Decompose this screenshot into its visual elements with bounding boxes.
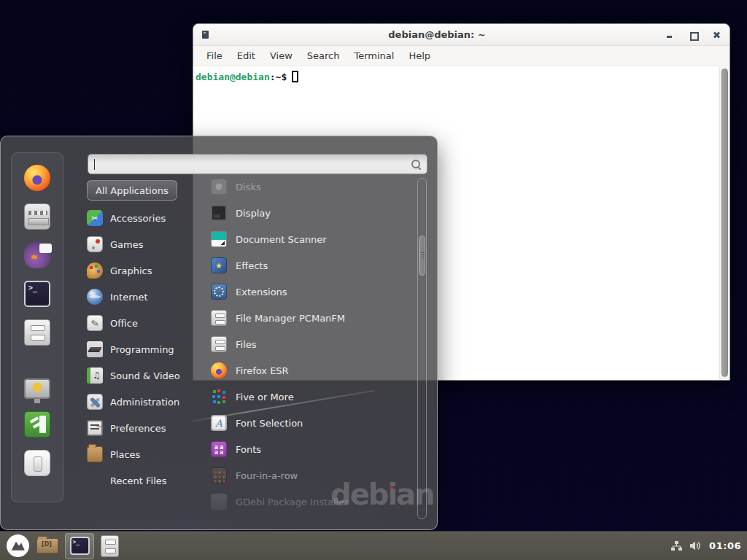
maximize-icon[interactable] — [689, 31, 697, 39]
gdebi-icon — [211, 494, 227, 510]
terminal-scrollbar-thumb[interactable] — [721, 69, 728, 377]
category-label: Games — [110, 239, 143, 250]
games-icon — [87, 236, 103, 252]
category-sound-video[interactable]: Sound & Video — [87, 362, 198, 389]
search-icon — [411, 160, 421, 169]
terminal-icon — [70, 537, 90, 555]
sound-video-icon — [87, 368, 103, 384]
category-games[interactable]: Games — [87, 231, 198, 257]
menu-file[interactable]: File — [199, 50, 230, 61]
category-label: Preferences — [110, 423, 166, 434]
category-all-applications[interactable]: All Applications — [87, 180, 177, 201]
app-label: Four-in-a-row — [236, 470, 298, 481]
menu-edit[interactable]: Edit — [230, 50, 263, 61]
app-list-scrollbar[interactable] — [417, 178, 427, 519]
terminal-menubar: File Edit View Search Terminal Help — [193, 46, 729, 66]
file-manager-icon — [211, 310, 227, 326]
category-label: Accessories — [110, 213, 166, 224]
app-label: Firefox ESR — [236, 365, 289, 376]
pidgin-icon[interactable] — [24, 242, 50, 268]
category-label: Recent Files — [110, 475, 167, 486]
preferences-icon — [87, 420, 103, 436]
menu-view[interactable]: View — [263, 50, 300, 61]
menu-search[interactable]: Search — [300, 50, 347, 61]
graphics-icon — [87, 262, 103, 279]
network-icon[interactable] — [670, 540, 683, 551]
category-administration[interactable]: Administration — [87, 389, 198, 415]
terminal-icon[interactable] — [24, 281, 50, 307]
software-manager-icon[interactable] — [24, 203, 50, 230]
app-label: Fonts — [236, 444, 261, 455]
prompt-user-host: debian@debian — [196, 71, 270, 82]
terminal-cursor — [292, 71, 298, 82]
places-icon — [87, 446, 103, 462]
volume-icon[interactable] — [689, 540, 703, 551]
category-recent-files[interactable]: Recent Files — [87, 467, 198, 494]
menu-help[interactable]: Help — [401, 50, 438, 61]
app-list-scrollbar-thumb[interactable] — [419, 236, 425, 276]
category-label: Programming — [110, 344, 174, 355]
app-item-five-or-more[interactable]: Five or More — [211, 384, 415, 410]
office-icon — [87, 315, 103, 331]
category-places[interactable]: Places — [87, 441, 198, 467]
terminal-window-icon — [202, 31, 209, 39]
category-programming[interactable]: Programming — [87, 336, 198, 362]
category-graphics[interactable]: Graphics — [87, 257, 198, 284]
app-item-fonts[interactable]: Fonts — [211, 436, 415, 462]
taskbar-task-terminal[interactable] — [65, 533, 94, 559]
prompt-path: :~$ — [270, 71, 287, 82]
minimize-icon[interactable] — [665, 31, 674, 39]
extensions-icon — [211, 284, 227, 300]
app-item-disks[interactable]: Disks — [211, 174, 415, 200]
app-item-file-manager-pcmanfm[interactable]: File Manager PCManFM — [211, 305, 415, 331]
file-manager-icon[interactable] — [24, 319, 50, 346]
category-label: Sound & Video — [110, 370, 180, 381]
category-label: Graphics — [110, 265, 152, 276]
lock-screen-icon[interactable] — [24, 378, 50, 399]
taskbar-clock[interactable]: 01:06 — [709, 540, 741, 551]
app-label: Disks — [236, 182, 261, 192]
terminal-scrollbar[interactable] — [719, 67, 729, 379]
close-icon[interactable] — [712, 31, 721, 39]
terminal-titlebar[interactable]: debian@debian: ~ — [193, 24, 729, 46]
category-preferences[interactable]: Preferences — [87, 415, 198, 441]
category-office[interactable]: Office — [87, 310, 198, 336]
app-label: GDebi Package Installer — [236, 497, 349, 508]
file-manager-icon[interactable] — [36, 538, 58, 553]
firefox-icon[interactable] — [24, 165, 50, 191]
category-internet[interactable]: Internet — [87, 284, 198, 310]
app-label: Five or More — [236, 392, 294, 402]
files-icon[interactable] — [101, 535, 119, 557]
app-label: Effects — [236, 260, 268, 271]
window-controls — [665, 31, 721, 39]
programming-icon — [87, 341, 103, 357]
app-label: Document Scanner — [236, 234, 327, 245]
menu-icon[interactable] — [6, 534, 30, 558]
favorites-sidebar — [11, 152, 63, 502]
app-item-gdebi-package-installer[interactable]: GDebi Package Installer — [211, 489, 415, 515]
application-list: Disks Display Document Scanner Effects E… — [211, 174, 415, 515]
app-item-effects[interactable]: Effects — [211, 252, 415, 279]
app-item-firefox-esr[interactable]: Firefox ESR — [211, 357, 415, 384]
app-label: Files — [236, 339, 257, 350]
app-item-document-scanner[interactable]: Document Scanner — [211, 226, 415, 252]
search-input[interactable] — [95, 155, 411, 174]
category-label: Internet — [110, 292, 148, 303]
app-item-four-in-a-row[interactable]: Four-in-a-row — [211, 462, 415, 489]
category-label: Office — [110, 318, 138, 329]
app-item-font-selection[interactable]: Font Selection — [211, 410, 415, 436]
app-item-files[interactable]: Files — [211, 331, 415, 357]
app-item-display[interactable]: Display — [211, 200, 415, 226]
taskbar: 01:06 — [0, 531, 747, 560]
app-item-extensions[interactable]: Extensions — [211, 279, 415, 305]
category-label: Administration — [110, 397, 179, 408]
shutdown-icon[interactable] — [24, 450, 50, 476]
effects-icon — [211, 257, 227, 273]
log-out-icon[interactable] — [24, 411, 50, 438]
menu-terminal[interactable]: Terminal — [347, 50, 401, 61]
app-label: File Manager PCManFM — [236, 313, 345, 324]
category-label: Places — [110, 449, 140, 460]
category-accessories[interactable]: Accessories — [87, 205, 198, 231]
category-list: All Applications Accessories Games Graph… — [87, 180, 198, 494]
accessories-icon — [87, 210, 103, 226]
